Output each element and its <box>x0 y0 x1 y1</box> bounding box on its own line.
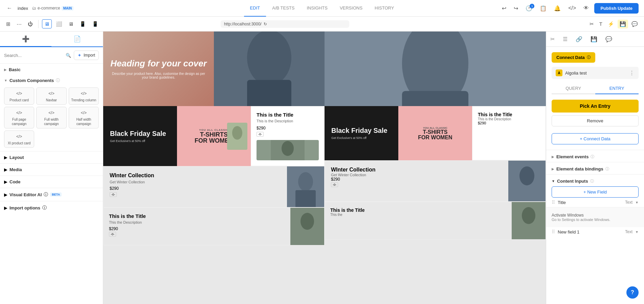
history-icon-button[interactable]: 🕐 1 <box>524 4 534 13</box>
power-button[interactable]: ⏻ <box>26 20 35 28</box>
panel-tab-layers[interactable]: ☰ <box>559 32 572 46</box>
component-product-card[interactable]: </> Product card <box>4 87 34 105</box>
section-basic[interactable]: ▶ Basic <box>0 64 103 74</box>
right-panel-icon-tabs: ✂ ☰ 🔗 💾 💬 <box>546 32 644 47</box>
winter-title: WInter Collection <box>110 173 281 179</box>
svg-rect-2 <box>247 80 291 106</box>
help-button[interactable]: ? <box>626 286 639 299</box>
device-monitor-button[interactable]: 🖥 <box>66 20 75 28</box>
media-arrow: ▶ <box>4 167 7 172</box>
section-layout[interactable]: ▶ Layout <box>0 151 103 163</box>
canvas-right: Black Friday Sale Get Exclusive's at 50%… <box>325 32 546 245</box>
section-element-events[interactable]: ▶ Element events ⓘ <box>546 150 644 162</box>
comment-button[interactable]: 💬 <box>629 20 640 28</box>
field-drag-newfield[interactable]: ⠿ <box>552 229 555 235</box>
product-desc-1: This is the Description <box>257 119 319 123</box>
panel-tab-link[interactable]: 🔗 <box>572 32 586 46</box>
winter-text: WInter Collection Get Winter Collection … <box>104 166 287 207</box>
panel-tab-chat[interactable]: 💬 <box>601 32 616 46</box>
bottom-product-card[interactable]: This is the Title This the Description $… <box>103 207 325 245</box>
component-icon-xl: </> <box>16 134 22 139</box>
tab-insights[interactable]: INSIGHTS <box>301 0 333 17</box>
sidebar-tab-add[interactable]: ➕ <box>0 32 51 47</box>
lightning-button[interactable]: ⚡ <box>606 20 616 28</box>
hero-section[interactable]: Heading for your cover Describe your pro… <box>103 32 325 106</box>
tab-query[interactable]: QUERY <box>552 83 595 94</box>
connect-data-outline-button[interactable]: + Connect Data <box>552 133 639 144</box>
site-name: e-commerce <box>38 6 60 11</box>
main-layout: ➕ 📄 🔍 ✦ Import ▶ Basic ▼ Custom Componen… <box>0 32 644 304</box>
panel-tab-scissors[interactable]: ✂ <box>546 32 559 46</box>
svg-point-6 <box>282 141 294 156</box>
component-full-width-campaign[interactable]: </> Full width campaign <box>36 107 66 128</box>
tab-history[interactable]: HISTORY <box>369 0 400 17</box>
svg-rect-9 <box>295 190 316 207</box>
winter-price: $290 <box>110 186 281 191</box>
search-input[interactable] <box>4 53 63 58</box>
canvas-area[interactable]: Heading for your cover Describe your pro… <box>103 32 546 304</box>
section-custom-components[interactable]: ▼ Custom Components ⓘ <box>0 74 103 85</box>
component-full-page-campaign[interactable]: </> Full page campaign <box>4 107 34 128</box>
product-title-1: This is the Title <box>257 112 319 118</box>
import-button[interactable]: ✦ Import <box>74 50 99 60</box>
component-navbar[interactable]: </> Navbar <box>36 87 66 105</box>
pick-entry-button[interactable]: Pick An Entry <box>552 100 639 113</box>
component-icon-navbar: </> <box>48 91 54 96</box>
bell-button[interactable]: 🔔 <box>552 4 563 13</box>
undo-button[interactable]: ↩ <box>500 4 508 13</box>
section-media[interactable]: ▶ Media <box>0 163 103 176</box>
toolbar-separator-1 <box>38 20 39 28</box>
black-friday-card-1[interactable]: Black Friday Sale Get Exclusive's at 50%… <box>103 106 177 166</box>
component-trending-column[interactable]: </> Trending column <box>69 87 99 105</box>
tab-ab-tests[interactable]: A/B TESTS <box>266 0 301 17</box>
redo-button[interactable]: ↪ <box>512 4 520 13</box>
database-button[interactable]: 💾 <box>618 20 628 28</box>
connect-data-button[interactable]: Connect Data ⓘ <box>552 52 595 63</box>
text-button[interactable]: T <box>597 20 604 28</box>
winter-tag: -0- <box>110 192 117 197</box>
import-options-title: Import options <box>9 205 40 210</box>
layout-dots-button[interactable]: ⋯ <box>15 20 24 28</box>
component-half-width-campaign[interactable]: </> Half width campaign <box>69 107 99 128</box>
section-visual-editor-ai[interactable]: ▶ Visual Editor AI ⓘ BETA <box>0 188 103 201</box>
tshirt-card[interactable]: YOU ALL CLASSIC T-SHIRTSFOR WOMEN <box>177 106 251 166</box>
product-card-1[interactable]: This is the Title This is the Descriptio… <box>251 106 325 166</box>
section-code[interactable]: ▶ Code <box>0 176 103 188</box>
field-expand-title[interactable]: ▼ <box>635 201 639 204</box>
section-import-options[interactable]: ▶ Import options ⓘ <box>0 201 103 214</box>
publish-update-button[interactable]: Publish Update <box>594 3 639 14</box>
remove-button[interactable]: Remove <box>552 115 639 126</box>
code-button[interactable]: </> <box>566 4 578 13</box>
media-title: Media <box>9 167 22 172</box>
tab-edit[interactable]: EDIT <box>244 0 266 17</box>
refresh-button[interactable]: ↻ <box>264 22 267 26</box>
tab-entry[interactable]: ENTRY <box>595 83 639 94</box>
section-content-inputs[interactable]: ▼ Content Inputs ⓘ <box>546 174 644 186</box>
algolia-menu-button[interactable]: ⋮ <box>629 70 635 76</box>
notification-badge: 1 <box>530 4 534 8</box>
field-expand-newfield[interactable]: ▼ <box>635 230 639 234</box>
data-bindings-arrow: ▶ <box>552 167 554 171</box>
preview-button[interactable]: 👁 <box>581 4 591 13</box>
winter-card[interactable]: WInter Collection Get Winter Collection … <box>103 166 325 207</box>
layout-grid-button[interactable]: ⊞ <box>4 20 13 28</box>
component-icon-full-page: </> <box>16 110 22 115</box>
tab-versions[interactable]: VERSIONS <box>334 0 369 17</box>
sidebar-tab-layers[interactable]: 📄 <box>51 32 103 46</box>
data-bindings-info: ⓘ <box>605 166 609 171</box>
field-drag-title[interactable]: ⠿ <box>552 200 555 205</box>
section-element-data-bindings[interactable]: ▶ Element data bindings ⓘ <box>546 162 644 174</box>
back-button[interactable]: ← <box>5 4 14 13</box>
scissors-button[interactable]: ✂ <box>587 20 596 28</box>
share-button[interactable]: 📋 <box>538 4 549 13</box>
component-label-xl: Xl product card <box>8 141 30 145</box>
device-mobile-button[interactable]: 📱 <box>90 20 101 28</box>
device-frame-button[interactable]: ⬜ <box>54 20 64 28</box>
device-tablet-button[interactable]: 📱 <box>77 20 88 28</box>
component-icon-half-width: </> <box>81 110 87 115</box>
device-desktop-button[interactable]: 🖥 <box>42 19 52 28</box>
new-field-button[interactable]: + New Field <box>552 186 639 198</box>
component-xl-product-card[interactable]: </> Xl product card <box>4 130 34 148</box>
component-label-navbar: Navbar <box>46 98 57 102</box>
panel-tab-database[interactable]: 💾 <box>586 32 601 46</box>
